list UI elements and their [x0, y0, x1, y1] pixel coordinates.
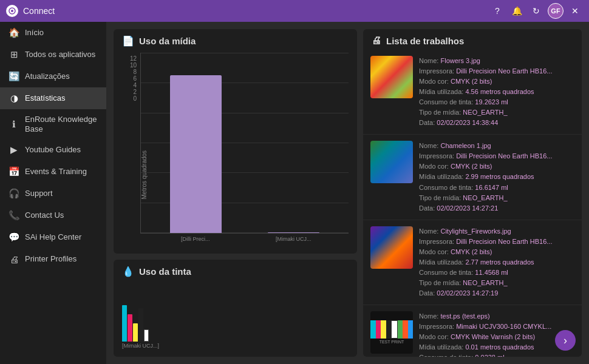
- field-value: Dilli Precision Neo Earth HB16...: [456, 67, 552, 75]
- sidebar-icon-inicio: 🏠: [9, 27, 19, 38]
- field-name: Consumo de tinta:: [419, 269, 475, 276]
- field-value: 0.0238 ml: [475, 354, 504, 357]
- field-name: Mídia utilizada:: [419, 173, 465, 180]
- field-name: Nome:: [419, 57, 440, 64]
- sidebar-item-atualizacoes[interactable]: 🔄 Atualizações: [0, 66, 106, 87]
- bar-group-1: [251, 53, 336, 233]
- field-name: Modo cor:: [419, 248, 451, 255]
- job-item-3[interactable]: TEST PRINT Nome: test.ps (test.eps)Impre…: [363, 305, 582, 357]
- close-icon[interactable]: ✕: [567, 3, 583, 19]
- document-icon: 📄: [122, 35, 134, 47]
- field-value: Dilli Precision Neo Earth HB16...: [456, 238, 552, 245]
- main-layout: 🏠 Início ⊞ Todos os aplicativos 🔄 Atuali…: [0, 22, 589, 364]
- job-details-3: Nome: test.ps (test.eps)Impressora: Mima…: [419, 311, 574, 357]
- field-value: 0.01 metros quadrados: [465, 343, 534, 351]
- sidebar: 🏠 Início ⊞ Todos os aplicativos 🔄 Atuali…: [0, 22, 106, 364]
- field-value: 02/02/2023 14:27:21: [437, 204, 498, 212]
- job-item-1[interactable]: Nome: Chameleon 1.jpgImpressora: Dilli P…: [363, 135, 582, 220]
- ink-group-label-0: [Mimaki UCJ...]: [122, 343, 159, 349]
- field-value: CMYK (2 bits): [451, 78, 492, 85]
- sidebar-item-todos-aplicativos[interactable]: ⊞ Todos os aplicativos: [0, 44, 106, 66]
- ink-bar-0-0: [122, 305, 127, 342]
- sidebar-label-todos-aplicativos: Todos os aplicativos: [25, 50, 95, 59]
- field-name: Tipo de mídia:: [419, 109, 463, 116]
- sidebar-icon-youtube: ▶: [9, 144, 19, 155]
- bars-area: [140, 53, 349, 234]
- field-value: 02/02/2023 14:38:44: [437, 119, 498, 126]
- y-tick: 8: [133, 69, 137, 75]
- refresh-icon[interactable]: ↻: [528, 3, 544, 19]
- ink-panel-title: Uso da tinta: [139, 266, 191, 277]
- field-name: Impressora:: [419, 323, 456, 330]
- field-name: Mídia utilizada:: [419, 258, 465, 266]
- sidebar-icon-contact: 📞: [9, 210, 19, 221]
- x-labels: [Dilli Preci...[Mimaki UCJ...: [140, 234, 349, 242]
- field-value: 19.2623 ml: [475, 98, 508, 106]
- x-label-1: [Mimaki UCJ...: [251, 236, 337, 242]
- field-name: Tipo de mídia:: [419, 279, 463, 286]
- titlebar: Connect ? 🔔 ↻ GF ✕: [0, 0, 589, 22]
- job-list-panel: 🖨 Lista de trabalhos Nome: Flowers 3.jpg…: [363, 29, 582, 357]
- ink-icon: 💧: [122, 266, 134, 277]
- sidebar-item-inicio[interactable]: 🏠 Início: [0, 22, 106, 44]
- app-title: Connect: [23, 6, 489, 16]
- chart-container: 121086420 Metros quadrados [Dilli Preci.…: [122, 53, 349, 242]
- sidebar-icon-todos-aplicativos: ⊞: [9, 49, 19, 60]
- bell-icon[interactable]: 🔔: [509, 3, 525, 19]
- field-value: 2.77 metros quadrados: [465, 258, 534, 266]
- field-value: 11.4568 ml: [475, 269, 508, 276]
- sidebar-item-printer-profiles[interactable]: 🖨 Printer Profiles: [0, 248, 106, 270]
- field-value: Mimaki UCJV300-160 CMYKL...: [456, 323, 551, 330]
- field-value: NEO_EARTH_: [463, 279, 507, 286]
- sidebar-label-support: Support: [25, 189, 53, 198]
- field-name: Data:: [419, 204, 437, 212]
- field-name: Impressora:: [419, 67, 456, 75]
- field-name: Modo cor:: [419, 163, 451, 170]
- x-label-0: [Dilli Preci...: [152, 236, 239, 242]
- y-tick: 10: [130, 62, 137, 69]
- field-value: CMYK (2 bits): [451, 163, 492, 170]
- sidebar-item-youtube[interactable]: ▶ Youtube Guides: [0, 139, 106, 161]
- job-item-2[interactable]: Nome: Citylights_Fireworks.jpgImpressora…: [363, 220, 582, 305]
- field-name: Data:: [419, 289, 437, 297]
- sidebar-item-events[interactable]: 📅 Events & Training: [0, 161, 106, 183]
- field-name: Nome:: [419, 228, 440, 235]
- sidebar-item-sai-help[interactable]: 💬 SAi Help Center: [0, 226, 106, 248]
- sidebar-item-estatisticas[interactable]: ◑ Estatísticas: [0, 87, 106, 109]
- bar-1: [268, 232, 319, 233]
- media-chart-area: 121086420 Metros quadrados [Dilli Preci.…: [114, 50, 357, 248]
- chart-inner: [Dilli Preci...[Mimaki UCJ...: [140, 53, 349, 242]
- sidebar-item-enroute[interactable]: ℹ EnRoute Knowledge Base: [0, 109, 106, 139]
- sidebar-label-inicio: Início: [25, 28, 44, 38]
- titlebar-actions: ? 🔔 ↻ GF ✕: [489, 3, 583, 19]
- avatar[interactable]: GF: [548, 3, 563, 19]
- ink-group-0: [Mimaki UCJ...]: [122, 283, 349, 349]
- field-name: Nome:: [419, 142, 440, 149]
- help-icon[interactable]: ?: [489, 3, 505, 19]
- job-thumb-1: [370, 141, 413, 183]
- field-value: Flowers 3.jpg: [440, 57, 480, 64]
- field-value: 02/02/2023 14:27:19: [437, 289, 498, 297]
- media-panel-header: 📄 Uso da mídia: [114, 29, 357, 50]
- field-name: Consumo de tinta:: [419, 184, 475, 191]
- job-item-0[interactable]: Nome: Flowers 3.jpgImpressora: Dilli Pre…: [363, 50, 582, 135]
- field-value: Chameleon 1.jpg: [440, 142, 491, 149]
- sidebar-icon-support: 🎧: [9, 188, 19, 199]
- y-tick: 4: [133, 82, 137, 89]
- field-value: CMYK White Varnish (2 bits): [451, 333, 535, 340]
- sidebar-label-sai-help: SAi Help Center: [25, 232, 81, 242]
- sidebar-label-contact: Contact Us: [25, 211, 64, 220]
- field-name: Consumo de tinta:: [419, 98, 475, 106]
- ink-bar-0-3: [138, 308, 143, 342]
- field-value: Dilli Precision Neo Earth HB16...: [456, 152, 552, 160]
- fab-button[interactable]: ›: [555, 330, 576, 351]
- bar-0: [170, 75, 222, 233]
- ink-panel-header: 💧 Uso da tinta: [114, 260, 357, 281]
- sidebar-item-support[interactable]: 🎧 Support: [0, 183, 106, 204]
- field-value: 16.6147 ml: [475, 184, 508, 191]
- field-value: test.ps (test.eps): [440, 312, 489, 320]
- media-panel-title: Uso da mídia: [139, 36, 196, 46]
- ink-bar-0-4: [144, 329, 149, 342]
- sidebar-item-contact[interactable]: 📞 Contact Us: [0, 204, 106, 226]
- y-tick: 6: [133, 75, 137, 82]
